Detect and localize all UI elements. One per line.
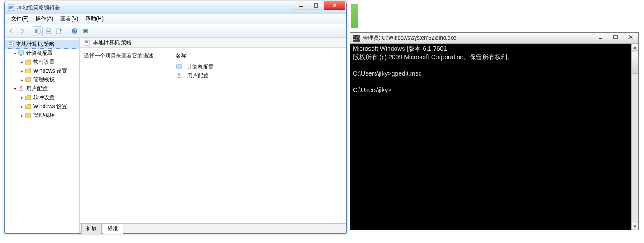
export-list-button[interactable] — [54, 26, 64, 36]
tree-label: 软件设置 — [33, 58, 55, 66]
tree-computer-config[interactable]: ▾ 计算机配置 — [5, 49, 79, 57]
svg-rect-6 — [35, 29, 37, 33]
cmd-window-controls — [594, 33, 637, 41]
tree-label: 管理模板 — [33, 112, 55, 119]
scroll-down-arrow-icon[interactable]: ▼ — [632, 223, 638, 230]
svg-rect-30 — [614, 35, 617, 39]
list-item-label: 计算机配置 — [187, 63, 214, 71]
tree-windows-settings[interactable]: ▸ Windows 设置 — [5, 66, 79, 75]
expand-arrow-icon[interactable]: ▸ — [19, 104, 24, 109]
gpedit-window-controls — [294, 1, 345, 10]
minimize-button[interactable] — [294, 1, 308, 10]
cmd-terminal-output[interactable]: Microsoft Windows [版本 6.1.7601] 版权所有 (c)… — [350, 44, 638, 230]
tree-user-windows-settings[interactable]: ▸ Windows 设置 — [5, 102, 79, 111]
details-description-pane: 选择一个项目来查看它的描述。 — [80, 48, 171, 223]
maximize-button[interactable] — [309, 1, 323, 10]
column-header-name[interactable]: 名称 — [176, 50, 342, 62]
svg-rect-9 — [47, 30, 50, 31]
tree-software-settings[interactable]: ▸ 软件设置 — [5, 57, 79, 66]
policy-icon — [7, 41, 14, 47]
menu-help[interactable]: 帮助(H) — [82, 14, 107, 24]
svg-rect-18 — [9, 42, 12, 43]
tree-label: 本地计算机 策略 — [16, 40, 55, 48]
expand-arrow-icon[interactable]: ▸ — [19, 60, 24, 65]
folder-icon — [24, 59, 32, 65]
maximize-button[interactable] — [609, 33, 622, 41]
forward-button[interactable] — [17, 26, 27, 36]
close-button[interactable] — [624, 33, 637, 41]
tree-user-config[interactable]: ▾ 用户配置 — [5, 84, 79, 93]
gpedit-menubar: 文件(F) 操作(A) 查看(V) 帮助(H) — [5, 14, 346, 24]
details-split: 选择一个项目来查看它的描述。 名称 计算机配置 用户配置 — [80, 48, 346, 223]
tree-label: 用户配置 — [26, 85, 48, 93]
svg-rect-16 — [84, 31, 87, 32]
tree-label: Windows 设置 — [33, 67, 67, 75]
svg-rect-5 — [314, 4, 318, 7]
svg-rect-24 — [85, 41, 88, 42]
menu-view[interactable]: 查看(V) — [57, 14, 82, 24]
details-tabs: 扩展 标准 — [80, 223, 346, 233]
svg-point-22 — [20, 86, 22, 89]
scroll-up-arrow-icon[interactable]: ▲ — [632, 44, 638, 51]
svg-rect-2 — [9, 7, 13, 8]
folder-icon — [24, 104, 32, 109]
svg-rect-1 — [9, 6, 13, 7]
gpedit-tree-panel: 本地计算机 策略 ▾ 计算机配置 ▸ 软件设置 ▸ Windows 设置 ▸ 管… — [5, 38, 80, 233]
back-button[interactable] — [7, 26, 16, 36]
svg-point-28 — [178, 73, 180, 76]
computer-icon — [176, 64, 183, 70]
expand-arrow-icon[interactable]: ▸ — [19, 77, 24, 82]
list-item-label: 用户配置 — [187, 72, 208, 80]
filter-button[interactable] — [80, 26, 90, 36]
details-header: 本地计算机 策略 — [80, 38, 346, 48]
tree-admin-templates[interactable]: ▸ 管理模板 — [5, 75, 79, 84]
tree-root-local-computer-policy[interactable]: 本地计算机 策略 — [5, 40, 79, 49]
list-item-user-config[interactable]: 用户配置 — [176, 71, 342, 80]
tree-label: 计算机配置 — [26, 49, 53, 57]
expand-arrow-icon[interactable]: ▸ — [19, 113, 24, 118]
minimize-button[interactable] — [594, 33, 607, 41]
user-icon — [17, 85, 24, 92]
folder-icon — [24, 95, 32, 100]
tree-user-software-settings[interactable]: ▸ 软件设置 — [5, 93, 79, 102]
show-hide-tree-button[interactable] — [33, 26, 43, 36]
expand-arrow-icon[interactable]: ▾ — [12, 51, 17, 56]
svg-rect-10 — [47, 31, 50, 32]
properties-button[interactable] — [44, 26, 53, 36]
policy-icon — [83, 40, 90, 46]
menu-action[interactable]: 操作(A) — [32, 14, 57, 24]
svg-rect-3 — [9, 8, 12, 9]
gpedit-toolbar: ? — [5, 24, 346, 38]
cmd-window: C:\ 管理员: C:\Windows\system32\cmd.exe Mic… — [350, 32, 639, 230]
help-button[interactable]: ? — [70, 26, 80, 36]
svg-rect-20 — [18, 51, 24, 54]
expand-arrow-icon[interactable]: ▸ — [19, 95, 24, 100]
close-button[interactable] — [324, 1, 345, 10]
gpedit-titlebar[interactable]: 本地组策略编辑器 — [5, 1, 346, 14]
scroll-thumb[interactable] — [632, 52, 638, 74]
expand-arrow-icon[interactable]: ▾ — [12, 86, 17, 91]
svg-rect-4 — [299, 6, 303, 7]
svg-rect-25 — [85, 42, 88, 43]
gpedit-window: 本地组策略编辑器 文件(F) 操作(A) 查看(V) 帮助(H) ? 本地计算机… — [4, 1, 347, 234]
toolbar-separator — [30, 27, 30, 36]
tree-label: 管理模板 — [33, 76, 55, 84]
tree-user-admin-templates[interactable]: ▸ 管理模板 — [5, 111, 79, 120]
tree-label: 软件设置 — [33, 94, 55, 101]
gpedit-body: 本地计算机 策略 ▾ 计算机配置 ▸ 软件设置 ▸ Windows 设置 ▸ 管… — [5, 38, 346, 233]
expand-arrow-icon[interactable]: ▸ — [19, 69, 24, 73]
tree-label: Windows 设置 — [33, 103, 67, 110]
tab-extended[interactable]: 扩展 — [81, 223, 102, 234]
svg-rect-29 — [599, 38, 602, 39]
computer-icon — [17, 50, 24, 56]
menu-file[interactable]: 文件(F) — [8, 14, 32, 24]
description-hint: 选择一个项目来查看它的描述。 — [84, 53, 159, 59]
cmd-titlebar[interactable]: C:\ 管理员: C:\Windows\system32\cmd.exe — [350, 33, 638, 44]
cmd-window-title: 管理员: C:\Windows\system32\cmd.exe — [363, 34, 456, 42]
tab-standard[interactable]: 标准 — [103, 223, 123, 234]
svg-rect-15 — [84, 30, 87, 31]
user-icon — [176, 73, 183, 79]
cmd-line: C:\Users\jiky>gpedit.msc — [353, 70, 421, 77]
list-item-computer-config[interactable]: 计算机配置 — [176, 62, 342, 71]
cmd-scrollbar[interactable]: ▲ ▼ — [631, 44, 638, 230]
